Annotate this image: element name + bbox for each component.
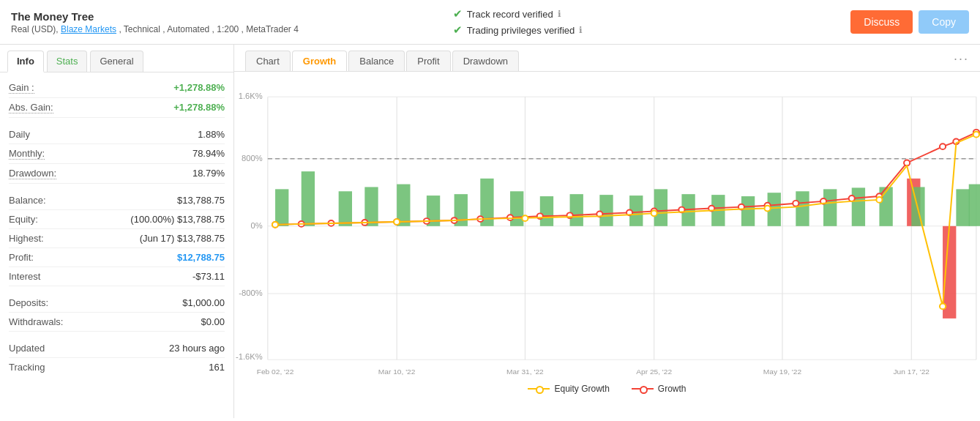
svg-rect-18 xyxy=(275,189,288,226)
chart-more-options[interactable]: ··· xyxy=(954,51,969,71)
growth-label: Growth xyxy=(658,384,687,394)
verified-track-record: ✔ Track record verified ℹ xyxy=(453,7,851,21)
discuss-button[interactable]: Discuss xyxy=(850,10,913,34)
chart-tab-balance[interactable]: Balance xyxy=(348,51,405,71)
svg-text:800%: 800% xyxy=(242,154,263,163)
right-panel: Chart Growth Balance Profit Drawdown ···… xyxy=(234,45,980,418)
header-center: ✔ Track record verified ℹ ✔ Trading priv… xyxy=(409,7,851,37)
left-tabs: Info Stats General xyxy=(0,45,233,72)
stat-abs-gain: Abs. Gain: +1,278.88% xyxy=(9,98,225,118)
gain-label[interactable]: Gain : xyxy=(9,82,34,94)
svg-text:-800%: -800% xyxy=(239,288,263,297)
blaze-markets-link[interactable]: Blaze Markets xyxy=(61,24,116,34)
svg-rect-19 xyxy=(302,171,315,226)
interest-label: Interest xyxy=(9,271,40,282)
svg-rect-28 xyxy=(570,194,583,226)
stat-highest: Highest: (Jun 17) $13,788.75 xyxy=(9,229,225,248)
svg-point-72 xyxy=(394,219,400,225)
highest-value: (Jun 17) $13,788.75 xyxy=(140,233,225,244)
svg-text:Jun 17, '22: Jun 17, '22 xyxy=(894,368,930,376)
header: The Money Tree Real (USD), Blaze Markets… xyxy=(0,0,980,45)
svg-point-63 xyxy=(793,201,798,206)
stats-table: Gain : +1,278.88% Abs. Gain: +1,278.88% … xyxy=(0,72,233,382)
svg-text:-1.6K%: -1.6K% xyxy=(236,352,263,361)
chart-svg: 1.6K% 800% 0% -800% -1.6K% xyxy=(234,79,980,377)
svg-rect-44 xyxy=(969,185,980,226)
svg-text:Mar 10, '22: Mar 10, '22 xyxy=(378,368,416,376)
left-panel: Info Stats General Gain : +1,278.88% Abs… xyxy=(0,45,234,418)
chart-area: 1.6K% 800% 0% -800% -1.6K% xyxy=(234,72,980,418)
svg-rect-20 xyxy=(339,191,352,226)
verified-trading-label: Trading privileges verified xyxy=(467,25,575,36)
stat-drawdown: Drawdown: 18.79% xyxy=(9,164,225,184)
svg-rect-29 xyxy=(599,195,613,226)
stat-withdrawals: Withdrawals: $0.00 xyxy=(9,313,225,332)
svg-rect-43 xyxy=(956,189,969,226)
chart-legend: Equity Growth Growth xyxy=(234,379,980,400)
chart-tab-growth[interactable]: Growth xyxy=(292,51,348,71)
chart-tab-drawdown[interactable]: Drawdown xyxy=(452,51,519,71)
updated-label: Updated xyxy=(9,343,45,354)
info-icon-1[interactable]: ℹ xyxy=(558,9,561,19)
svg-text:May 19, '22: May 19, '22 xyxy=(763,368,802,376)
tab-general[interactable]: General xyxy=(90,51,143,72)
chart-tabs: Chart Growth Balance Profit Drawdown ··· xyxy=(234,45,980,72)
stat-daily: Daily 1.88% xyxy=(9,125,225,144)
tab-info[interactable]: Info xyxy=(7,51,44,72)
svg-point-65 xyxy=(849,195,855,201)
svg-rect-31 xyxy=(654,189,667,226)
stat-deposits: Deposits: $1,000.00 xyxy=(9,294,225,313)
chart-tab-chart[interactable]: Chart xyxy=(245,51,291,71)
monthly-label[interactable]: Monthly: xyxy=(9,148,45,160)
abs-gain-label[interactable]: Abs. Gain: xyxy=(9,102,53,113)
stat-updated: Updated 23 hours ago xyxy=(9,339,225,358)
svg-text:0%: 0% xyxy=(251,221,263,230)
stat-tracking: Tracking 161 xyxy=(9,358,225,376)
stat-balance: Balance: $13,788.75 xyxy=(9,191,225,210)
app-title: The Money Tree xyxy=(11,10,409,23)
deposits-label: Deposits: xyxy=(9,297,48,308)
stat-equity: Equity: (100.00%) $13,788.75 xyxy=(9,210,225,229)
profit-label: Profit: xyxy=(9,252,34,263)
svg-point-78 xyxy=(973,132,979,138)
verified-track-label: Track record verified xyxy=(467,9,553,20)
stat-gain: Gain : +1,278.88% xyxy=(9,78,225,98)
profit-value: $12,788.75 xyxy=(177,252,225,263)
svg-rect-34 xyxy=(741,196,755,226)
equity-growth-label: Equity Growth xyxy=(554,384,609,394)
svg-rect-37 xyxy=(823,189,837,226)
withdrawals-value: $0.00 xyxy=(201,316,225,327)
svg-point-74 xyxy=(651,210,657,216)
svg-point-75 xyxy=(765,206,771,212)
tracking-label: Tracking xyxy=(9,362,45,373)
svg-rect-26 xyxy=(510,191,523,226)
svg-rect-27 xyxy=(540,196,553,226)
header-left: The Money Tree Real (USD), Blaze Markets… xyxy=(11,10,409,34)
interest-value: -$73.11 xyxy=(192,271,225,282)
growth-line-icon xyxy=(632,388,654,390)
monthly-value: 78.94% xyxy=(192,148,225,160)
drawdown-value: 18.79% xyxy=(192,168,225,179)
copy-button[interactable]: Copy xyxy=(919,10,969,34)
svg-point-73 xyxy=(522,215,528,221)
withdrawals-label: Withdrawals: xyxy=(9,316,63,327)
updated-value: 23 hours ago xyxy=(169,343,225,354)
stat-monthly: Monthly: 78.94% xyxy=(9,144,225,164)
daily-value: 1.88% xyxy=(198,129,225,140)
chart-tab-profit[interactable]: Profit xyxy=(406,51,450,71)
legend-equity-growth: Equity Growth xyxy=(528,384,609,394)
tab-stats[interactable]: Stats xyxy=(47,51,88,72)
info-icon-2[interactable]: ℹ xyxy=(579,25,583,35)
svg-text:1.6K%: 1.6K% xyxy=(239,92,263,100)
equity-value: (100.00%) $13,788.75 xyxy=(130,214,225,225)
daily-label: Daily xyxy=(9,129,30,140)
equity-label: Equity: xyxy=(9,214,38,225)
abs-gain-value: +1,278.88% xyxy=(173,102,225,113)
svg-text:Feb 02, '22: Feb 02, '22 xyxy=(257,368,294,376)
drawdown-label[interactable]: Drawdown: xyxy=(9,168,56,179)
deposits-value: $1,000.00 xyxy=(182,297,225,308)
tracking-value: 161 xyxy=(209,362,225,373)
highest-label: Highest: xyxy=(9,233,44,244)
svg-text:Mar 31, '22: Mar 31, '22 xyxy=(506,368,544,376)
svg-text:Apr 25, '22: Apr 25, '22 xyxy=(636,368,672,376)
